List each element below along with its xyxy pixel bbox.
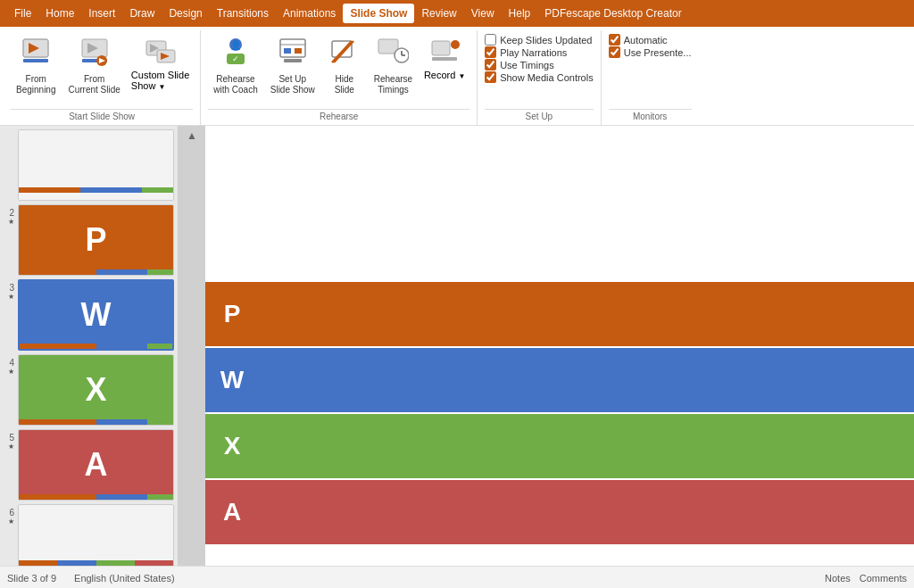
slide-item-1[interactable] xyxy=(4,129,174,201)
hide-slide-button[interactable]: HideSlide xyxy=(322,34,367,97)
slide5-bar xyxy=(19,494,173,500)
play-narrations-input[interactable] xyxy=(485,46,496,58)
keep-slides-updated-checkbox[interactable]: Keep Slides Updated xyxy=(485,34,594,46)
bar-icon-w: W xyxy=(205,348,259,412)
automatic-input[interactable] xyxy=(609,34,620,46)
from-current-icon xyxy=(79,36,111,72)
menu-file[interactable]: File xyxy=(7,4,38,23)
use-presenter-view-label: Use Presente... xyxy=(624,47,692,58)
menu-bar: File Home Insert Draw Design Transitions… xyxy=(0,0,914,27)
rehearse-timings-icon xyxy=(377,36,409,72)
slide4-bar xyxy=(19,419,173,425)
monitors-options: Automatic Use Presente... xyxy=(609,34,692,58)
keep-slides-updated-input[interactable] xyxy=(485,34,496,46)
menu-draw[interactable]: Draw xyxy=(122,4,162,23)
bar-icon-a: A xyxy=(205,480,259,544)
slide-star-6: ★ xyxy=(8,518,14,526)
from-current-slide-label: FromCurrent Slide xyxy=(68,74,120,95)
ribbon-group-setup: Keep Slides Updated Play Narrations Use … xyxy=(478,30,602,125)
slide-item-3[interactable]: 3 ★ W xyxy=(4,279,174,351)
slide6-bars xyxy=(19,560,173,566)
svg-text:👤: 👤 xyxy=(230,39,242,51)
from-current-slide-button[interactable]: FromCurrent Slide xyxy=(62,34,125,97)
menu-view[interactable]: View xyxy=(464,4,502,23)
rehearse-timings-button[interactable]: RehearseTimings xyxy=(369,34,418,97)
slide2-icon: P xyxy=(85,221,106,259)
slide-count: Slide 3 of 9 xyxy=(7,573,56,584)
scroll-up-arrow[interactable]: ▲ xyxy=(187,129,197,142)
use-timings-label: Use Timings xyxy=(500,60,554,70)
slide3-icon: W xyxy=(81,296,112,334)
show-media-controls-input[interactable] xyxy=(485,71,496,83)
rehearse-coach-label: Rehearsewith Coach xyxy=(213,74,257,95)
slide-star-3: ★ xyxy=(8,293,14,301)
slide-star-5: ★ xyxy=(8,443,14,451)
slide-number-1 xyxy=(4,129,14,133)
play-narrations-label: Play Narrations xyxy=(500,47,567,58)
slide3-bar xyxy=(20,344,172,349)
bar-body-a xyxy=(259,480,914,544)
slide-number-6: 6 xyxy=(4,504,14,518)
main-canvas: ▲ P W xyxy=(179,126,914,566)
slide-thumb-1[interactable] xyxy=(18,129,174,201)
setup-buttons: Keep Slides Updated Play Narrations Use … xyxy=(485,30,594,109)
slide-panel[interactable]: 2 ★ P 3 ★ xyxy=(0,126,179,566)
record-icon xyxy=(428,36,461,70)
slide-thumb-6[interactable] xyxy=(18,504,174,566)
show-media-controls-checkbox[interactable]: Show Media Controls xyxy=(485,71,594,83)
slide-thumb-5[interactable]: A xyxy=(18,429,174,501)
automatic-checkbox[interactable]: Automatic xyxy=(609,34,692,46)
use-presenter-view-input[interactable] xyxy=(609,46,620,58)
menu-slideshow[interactable]: Slide Show xyxy=(343,4,414,23)
bar-body-p xyxy=(259,282,914,346)
notes-button[interactable]: Notes xyxy=(825,573,851,584)
canvas-content-bars: P W X xyxy=(205,282,914,546)
menu-design[interactable]: Design xyxy=(162,4,209,23)
content-bar-p: P xyxy=(205,282,914,346)
play-narrations-checkbox[interactable]: Play Narrations xyxy=(485,46,594,58)
menu-home[interactable]: Home xyxy=(38,4,81,23)
scroll-indicator[interactable]: ▲ xyxy=(179,126,205,566)
rehearse-coach-button[interactable]: 👤 ✓ Rehearsewith Coach xyxy=(208,34,262,97)
slide-item-6[interactable]: 6 ★ xyxy=(4,504,174,566)
slide-item-4[interactable]: 4 ★ X xyxy=(4,354,174,426)
start-slideshow-buttons: FromBeginning FromCurrent Slide xyxy=(11,30,193,109)
slide-item-5[interactable]: 5 ★ A xyxy=(4,429,174,501)
menu-pdfescape[interactable]: PDFescape Desktop Creator xyxy=(537,4,688,23)
slide-thumb-4[interactable]: X xyxy=(18,354,174,426)
svg-rect-29 xyxy=(432,41,450,55)
slide-number-4: 4 xyxy=(4,354,14,368)
slide4-icon: X xyxy=(85,371,106,409)
start-slideshow-group-label: Start Slide Show xyxy=(11,109,193,125)
setup-checkboxes: Keep Slides Updated Play Narrations Use … xyxy=(485,34,594,83)
menu-help[interactable]: Help xyxy=(502,4,538,23)
menu-transitions[interactable]: Transitions xyxy=(210,4,276,23)
use-timings-checkbox[interactable]: Use Timings xyxy=(485,59,594,70)
menu-animations[interactable]: Animations xyxy=(276,4,343,23)
from-beginning-button[interactable]: FromBeginning xyxy=(11,34,61,97)
custom-slideshow-label: Custom SlideShow ▼ xyxy=(131,70,189,91)
use-timings-input[interactable] xyxy=(485,59,496,70)
slide2-bar xyxy=(19,269,173,275)
ribbon: FromBeginning FromCurrent Slide xyxy=(0,27,914,126)
slide-item-2[interactable]: 2 ★ P xyxy=(4,204,174,276)
language-indicator: English (United States) xyxy=(74,573,175,584)
record-button[interactable]: Record ▼ xyxy=(420,34,469,82)
comments-button[interactable]: Comments xyxy=(860,573,907,584)
setup-slideshow-button[interactable]: Set UpSlide Show xyxy=(265,34,320,97)
content-bar-w: W xyxy=(205,348,914,412)
menu-insert[interactable]: Insert xyxy=(81,4,122,23)
bar-body-w xyxy=(259,348,914,412)
custom-slideshow-button[interactable]: Custom SlideShow ▼ xyxy=(128,34,193,93)
slide-thumb-2[interactable]: P xyxy=(18,204,174,276)
use-presenter-view-checkbox[interactable]: Use Presente... xyxy=(609,46,692,58)
slide-thumb-3[interactable]: W xyxy=(18,279,174,351)
automatic-label: Automatic xyxy=(624,35,668,46)
menu-review[interactable]: Review xyxy=(414,4,463,23)
from-beginning-label: FromBeginning xyxy=(16,74,55,95)
svg-rect-31 xyxy=(432,57,457,61)
slide-star-2: ★ xyxy=(8,218,14,226)
setup-slideshow-icon xyxy=(277,36,309,72)
svg-rect-3 xyxy=(23,59,48,62)
slide-number-2: 2 xyxy=(4,204,14,218)
